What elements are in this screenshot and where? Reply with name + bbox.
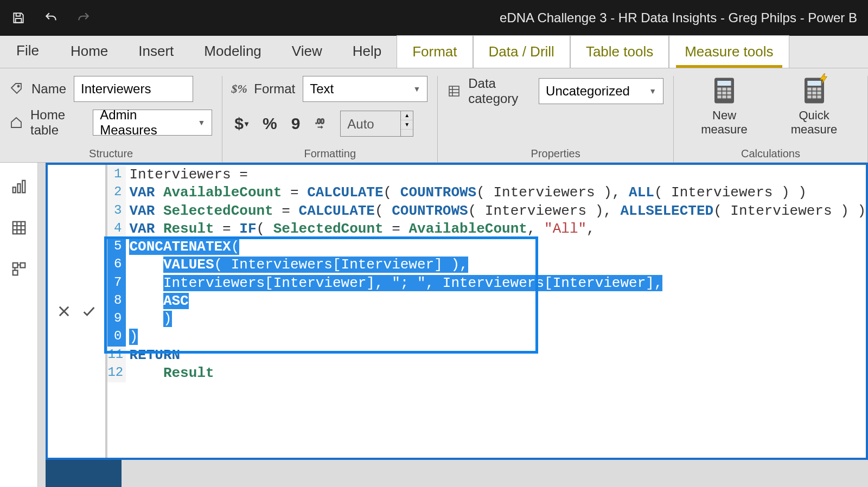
home-icon [10,116,23,130]
data-view-icon[interactable] [9,218,29,238]
svg-rect-24 [812,92,816,94]
code-line: 0) [107,328,866,346]
svg-rect-13 [722,92,726,94]
name-label: Name [31,81,66,97]
code-line: 6 VALUES( Interviewers[Interviewer] ), [107,256,866,274]
group-label-properties: Properties [448,144,663,162]
tab-format[interactable]: Format [397,35,473,68]
file-tab[interactable]: File [0,34,55,68]
decimal-icon[interactable]: .00 [312,116,330,132]
code-line: 9 ) [107,310,866,328]
ribbon-tabs: File HomeInsertModelingViewHelpFormatDat… [0,36,868,68]
tab-help[interactable]: Help [337,35,397,68]
tab-insert[interactable]: Insert [123,35,189,68]
undo-icon[interactable] [43,10,59,25]
home-table-label: Home table [30,107,85,138]
code-line: 2VAR AvailableCount = CALCULATE( COUNTRO… [107,184,866,202]
svg-rect-37 [12,263,17,268]
code-line: 12 Result [107,364,866,382]
quick-calculator-icon [802,76,826,105]
quick-measure-button[interactable]: Quick measure [770,76,858,137]
svg-rect-26 [807,95,811,98]
category-icon [448,84,461,98]
calculator-icon [712,76,736,105]
svg-rect-11 [727,88,731,91]
new-measure-button[interactable]: New measure [684,76,765,137]
chevron-down-icon: ▼ [413,85,420,93]
ribbon-group-properties: Data category Uncategorized ▼ Properties [438,76,674,162]
svg-rect-22 [817,88,821,91]
svg-rect-15 [717,95,721,98]
svg-rect-31 [22,181,25,193]
formula-bar: 1Interviewers = 2VAR AvailableCount = CA… [46,163,868,460]
data-category-label: Data category [468,76,531,106]
svg-rect-3 [449,86,459,96]
ribbon-content: Name Interviewers Home table Admin Measu… [0,68,868,163]
cancel-formula-icon[interactable] [56,304,72,319]
view-switcher [0,163,38,487]
model-view-icon[interactable] [9,259,29,279]
currency-format-button[interactable]: $▾ [232,113,251,134]
redo-icon[interactable] [76,10,91,25]
svg-rect-27 [812,95,816,98]
format-label: Format [254,81,295,97]
ribbon-group-formatting: $% Format Text ▼ $▾ % 9 .00 Auto ▲ [222,76,438,162]
code-line: 5CONCATENATEX( [107,238,866,256]
format-select[interactable]: Text ▼ [303,76,427,102]
tag-icon [10,82,24,96]
percent-format-button[interactable]: % [260,113,279,134]
tab-table-tools[interactable]: Table tools [570,35,669,68]
tab-measure-tools[interactable]: Measure tools [669,35,789,68]
save-icon[interactable] [11,10,26,25]
svg-rect-12 [717,92,721,94]
svg-rect-29 [12,187,15,193]
svg-rect-21 [812,88,816,91]
svg-rect-8 [717,81,731,86]
title-bar: eDNA Challenge 3 - HR Data Insights - Gr… [0,0,868,36]
svg-text:.00: .00 [315,118,324,125]
svg-rect-14 [727,92,731,94]
report-view-icon[interactable] [9,177,29,196]
svg-rect-20 [807,88,811,91]
svg-rect-32 [12,222,25,234]
svg-rect-28 [817,95,821,98]
measure-name-input[interactable]: Interviewers [74,76,193,102]
code-line: 8 ASC [107,292,866,310]
report-canvas: (Blank) were negativ The Worki Int [38,163,868,487]
commit-formula-icon[interactable] [81,304,97,319]
decimals-input[interactable]: Auto [341,111,400,137]
tab-modeling[interactable]: Modeling [189,35,277,68]
svg-rect-39 [12,271,17,275]
code-line: 11RETURN [107,347,866,364]
svg-rect-30 [17,184,20,193]
spinner-down-icon[interactable]: ▼ [401,120,413,130]
svg-rect-16 [722,95,726,98]
svg-rect-17 [727,95,731,98]
svg-rect-10 [722,88,726,91]
svg-point-1 [18,86,20,87]
home-table-select[interactable]: Admin Measures ▼ [93,110,212,136]
svg-rect-38 [20,263,25,268]
format-icon: $% [232,82,246,96]
tab-home[interactable]: Home [55,35,123,68]
ribbon-group-calculations: New measure Quick measure Calculations [674,76,868,162]
group-label-calculations: Calculations [684,144,858,162]
code-line: 3VAR SelectedCount = CALCULATE( COUNTROW… [107,202,866,220]
svg-rect-9 [717,88,721,91]
window-title: eDNA Challenge 3 - HR Data Insights - Gr… [91,10,857,25]
code-line: 4VAR Result = IF( SelectedCount = Availa… [107,220,866,238]
data-category-select[interactable]: Uncategorized ▼ [539,78,663,104]
svg-rect-0 [16,18,22,23]
group-label-structure: Structure [10,144,212,162]
code-line: 7 Interviewers[Interviewer], "; ", Inter… [107,274,866,292]
tab-view[interactable]: View [277,35,337,68]
spinner-up-icon[interactable]: ▲ [401,111,413,120]
chevron-down-icon: ▼ [649,87,656,95]
svg-rect-25 [817,92,821,94]
group-label-formatting: Formatting [232,144,427,162]
tab-data-drill[interactable]: Data / Drill [473,35,570,68]
chevron-down-icon: ▼ [197,118,205,127]
thousands-separator-button[interactable]: 9 [289,113,303,134]
svg-rect-23 [807,92,811,94]
dax-editor[interactable]: 1Interviewers = 2VAR AvailableCount = CA… [107,165,866,458]
